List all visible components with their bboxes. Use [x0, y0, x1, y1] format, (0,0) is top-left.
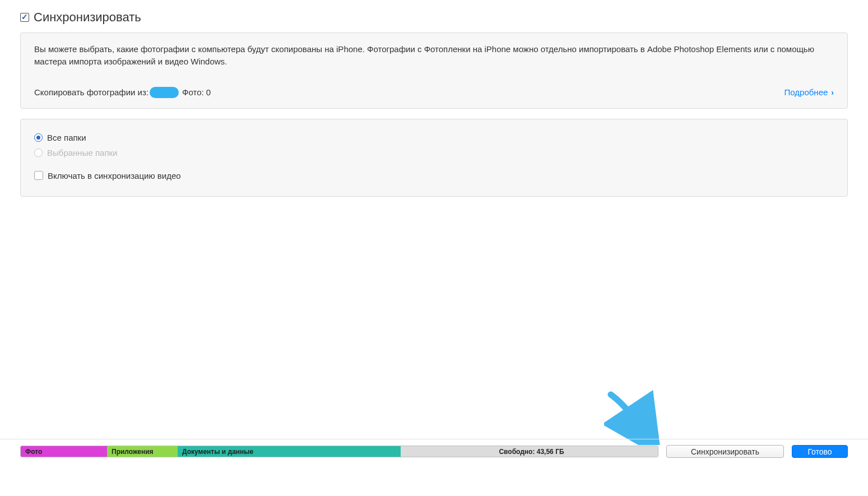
all-folders-label: Все папки: [47, 133, 86, 142]
sync-checkbox[interactable]: [20, 13, 29, 22]
include-video-checkbox[interactable]: [34, 171, 43, 180]
options-panel: Все папки Выбранные папки Включать в син…: [20, 119, 848, 197]
storage-segment-docs[interactable]: Документы и данные: [178, 446, 401, 457]
annotation-arrow-icon: [604, 389, 660, 445]
page-title: Синхронизировать: [34, 10, 141, 25]
done-button[interactable]: Готово: [792, 445, 848, 458]
copy-from-label: Скопировать фотографии из:: [34, 87, 148, 97]
photo-count-label: Фото: 0: [182, 87, 211, 97]
chevron-right-icon: ›: [831, 88, 834, 97]
storage-segment-photo[interactable]: Фото: [21, 446, 107, 457]
more-link-label: Подробнее: [785, 87, 828, 97]
storage-segment-apps[interactable]: Приложения: [107, 446, 178, 457]
info-panel: Вы можете выбрать, какие фотографии с ко…: [20, 33, 848, 109]
footer: Фото Приложения Документы и данные Свобо…: [0, 439, 868, 458]
source-dropdown[interactable]: [150, 87, 179, 98]
include-video-label: Включать в синхронизацию видео: [48, 171, 181, 180]
radio-all-folders[interactable]: [34, 133, 43, 142]
storage-segment-free: Свободно: 43,56 ГБ: [401, 446, 658, 457]
selected-folders-label: Выбранные папки: [47, 148, 117, 157]
more-link[interactable]: Подробнее ›: [785, 87, 834, 97]
radio-selected-folders: [34, 149, 43, 157]
storage-bar: Фото Приложения Документы и данные Свобо…: [20, 446, 658, 457]
sync-button[interactable]: Синхронизировать: [666, 445, 784, 458]
sync-description: Вы можете выбрать, какие фотографии с ко…: [34, 43, 834, 68]
